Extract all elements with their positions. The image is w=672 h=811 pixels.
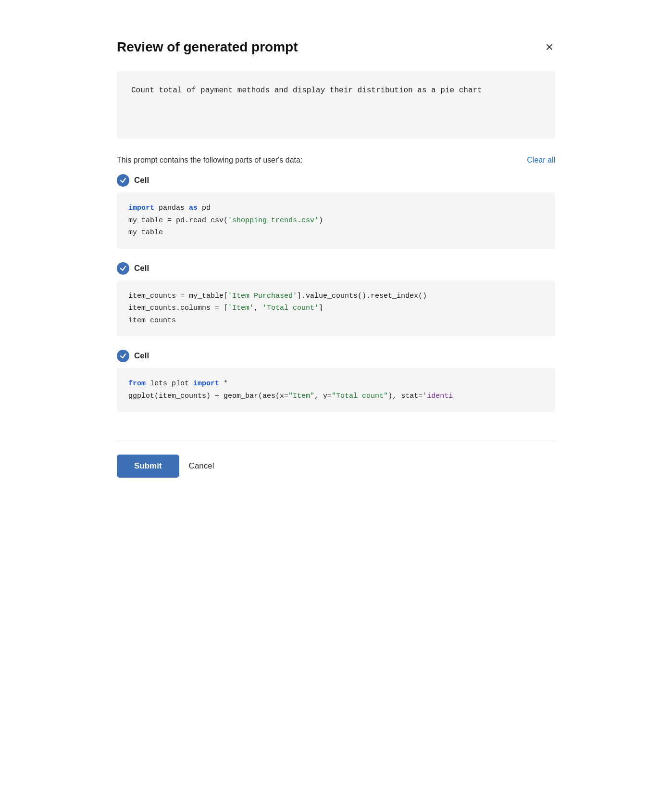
code-string: "Total count" [332,392,388,400]
code-line: my_table = pd.read_csv('shopping_trends.… [128,215,544,227]
code-plain: ].value_counts().reset_index() [297,292,427,300]
prompt-text: Count total of payment methods and displ… [131,85,541,97]
cell-section-3: Cell from lets_plot import * ggplot(item… [117,350,555,412]
modal-header: Review of generated prompt × [117,38,555,56]
code-line: from lets_plot import * [128,378,544,390]
clear-all-button[interactable]: Clear all [527,156,555,165]
code-plain: item_counts = my_table[ [128,292,228,300]
cell-header-3: Cell [117,350,555,362]
cell-checkbox-1[interactable] [117,174,129,187]
code-line: item_counts.columns = ['Item', 'Total co… [128,302,544,315]
code-plain: lets_plot [146,380,193,388]
code-string: 'identi [423,392,453,400]
data-section-label: This prompt contains the following parts… [117,156,302,165]
code-line: ggplot(item_counts) + geom_bar(aes(x="It… [128,390,544,403]
code-plain: my_table [128,228,163,237]
code-plain: item_counts.columns = [ [128,304,228,312]
code-plain: * [219,380,228,388]
cell-checkbox-2[interactable] [117,262,129,275]
code-keyword: import [128,204,154,212]
cell-label-3: Cell [134,351,149,361]
checkmark-icon-2 [120,265,126,272]
code-keyword: import [193,380,219,388]
cell-label-2: Cell [134,264,149,273]
code-plain: ] [319,304,323,312]
cell-checkbox-3[interactable] [117,350,129,362]
code-plain: ) [319,216,323,225]
cell-label-1: Cell [134,176,149,185]
modal-title: Review of generated prompt [117,39,298,55]
code-plain: ggplot(item_counts) + geom_bar(aes(x= [128,392,288,400]
code-line: my_table [128,227,544,239]
cell-header-1: Cell [117,174,555,187]
code-keyword: as [189,204,198,212]
code-block-3: from lets_plot import * ggplot(item_coun… [117,368,555,412]
data-section-header: This prompt contains the following parts… [117,156,555,165]
code-string: 'Total count' [262,304,319,312]
code-plain: , [254,304,262,312]
checkmark-icon-1 [120,177,126,184]
code-string: 'Item' [228,304,254,312]
code-plain: pd [198,204,211,212]
code-block-2: item_counts = my_table['Item Purchased']… [117,280,555,337]
cell-header-2: Cell [117,262,555,275]
code-plain: ), stat= [388,392,423,400]
close-button[interactable]: × [544,38,555,56]
code-line: item_counts = my_table['Item Purchased']… [128,290,544,303]
cell-section-2: Cell item_counts = my_table['Item Purcha… [117,262,555,337]
review-modal: Review of generated prompt × Count total… [96,19,576,497]
code-keyword: from [128,380,146,388]
code-string: "Item" [288,392,314,400]
code-block-1: import pandas as pd my_table = pd.read_c… [117,192,555,249]
code-line: item_counts [128,315,544,327]
code-plain: item_counts [128,317,176,325]
submit-button[interactable]: Submit [117,455,179,478]
checkmark-icon-3 [120,353,126,359]
code-string: 'shopping_trends.csv' [228,216,319,225]
cancel-button[interactable]: Cancel [189,461,214,471]
modal-footer: Submit Cancel [117,441,555,478]
code-line: import pandas as pd [128,202,544,215]
cell-section-1: Cell import pandas as pd my_table = pd.r… [117,174,555,249]
prompt-box: Count total of payment methods and displ… [117,71,555,139]
code-plain: , y= [314,392,332,400]
code-plain: my_table = pd.read_csv( [128,216,228,225]
code-string: 'Item Purchased' [228,292,297,300]
code-plain: pandas [154,204,189,212]
